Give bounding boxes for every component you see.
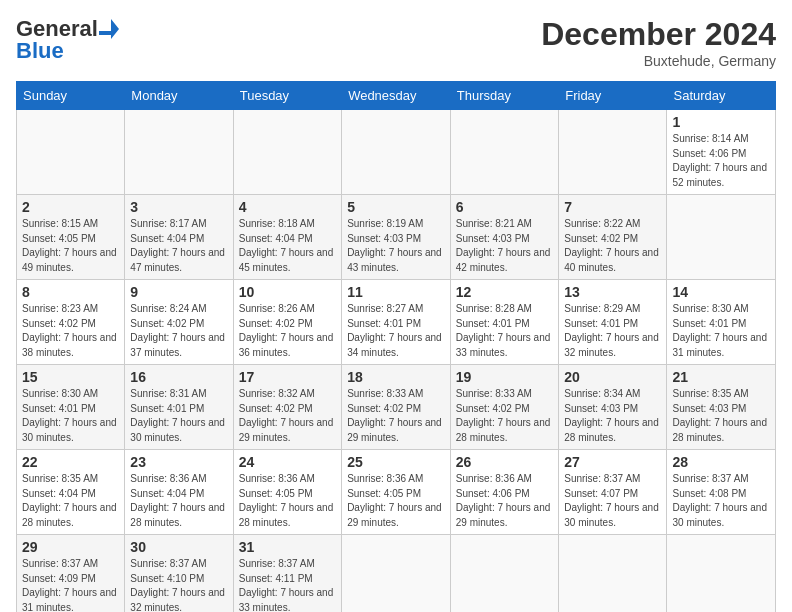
calendar-cell: 17Sunrise: 8:32 AMSunset: 4:02 PMDayligh… (233, 365, 341, 450)
day-number: 6 (456, 199, 553, 215)
calendar-cell: 5Sunrise: 8:19 AMSunset: 4:03 PMDaylight… (342, 195, 451, 280)
day-info: Sunrise: 8:29 AMSunset: 4:01 PMDaylight:… (564, 302, 661, 360)
calendar-week-row: 29Sunrise: 8:37 AMSunset: 4:09 PMDayligh… (17, 535, 776, 613)
day-info: Sunrise: 8:21 AMSunset: 4:03 PMDaylight:… (456, 217, 553, 275)
calendar-cell (342, 110, 451, 195)
day-number: 12 (456, 284, 553, 300)
day-info: Sunrise: 8:35 AMSunset: 4:04 PMDaylight:… (22, 472, 119, 530)
day-info: Sunrise: 8:37 AMSunset: 4:10 PMDaylight:… (130, 557, 227, 612)
day-number: 26 (456, 454, 553, 470)
day-number: 9 (130, 284, 227, 300)
calendar-week-row: 8Sunrise: 8:23 AMSunset: 4:02 PMDaylight… (17, 280, 776, 365)
day-number: 3 (130, 199, 227, 215)
day-info: Sunrise: 8:30 AMSunset: 4:01 PMDaylight:… (672, 302, 770, 360)
svg-marker-0 (99, 19, 119, 39)
calendar-cell: 23Sunrise: 8:36 AMSunset: 4:04 PMDayligh… (125, 450, 233, 535)
day-info: Sunrise: 8:37 AMSunset: 4:09 PMDaylight:… (22, 557, 119, 612)
day-number: 25 (347, 454, 445, 470)
calendar-day-header: Sunday (17, 82, 125, 110)
day-info: Sunrise: 8:19 AMSunset: 4:03 PMDaylight:… (347, 217, 445, 275)
calendar-table: SundayMondayTuesdayWednesdayThursdayFrid… (16, 81, 776, 612)
logo-icon (99, 19, 119, 39)
calendar-cell (450, 535, 558, 613)
calendar-cell: 31Sunrise: 8:37 AMSunset: 4:11 PMDayligh… (233, 535, 341, 613)
calendar-cell (450, 110, 558, 195)
day-number: 19 (456, 369, 553, 385)
calendar-day-header: Wednesday (342, 82, 451, 110)
calendar-day-header: Tuesday (233, 82, 341, 110)
day-info: Sunrise: 8:23 AMSunset: 4:02 PMDaylight:… (22, 302, 119, 360)
calendar-cell (559, 535, 667, 613)
month-title: December 2024 (541, 16, 776, 53)
calendar-cell: 3Sunrise: 8:17 AMSunset: 4:04 PMDaylight… (125, 195, 233, 280)
calendar-week-row: 22Sunrise: 8:35 AMSunset: 4:04 PMDayligh… (17, 450, 776, 535)
day-number: 28 (672, 454, 770, 470)
calendar-cell: 12Sunrise: 8:28 AMSunset: 4:01 PMDayligh… (450, 280, 558, 365)
day-number: 2 (22, 199, 119, 215)
calendar-header-row: SundayMondayTuesdayWednesdayThursdayFrid… (17, 82, 776, 110)
day-info: Sunrise: 8:35 AMSunset: 4:03 PMDaylight:… (672, 387, 770, 445)
calendar-cell: 29Sunrise: 8:37 AMSunset: 4:09 PMDayligh… (17, 535, 125, 613)
calendar-cell: 19Sunrise: 8:33 AMSunset: 4:02 PMDayligh… (450, 365, 558, 450)
calendar-cell (125, 110, 233, 195)
day-info: Sunrise: 8:18 AMSunset: 4:04 PMDaylight:… (239, 217, 336, 275)
calendar-cell: 11Sunrise: 8:27 AMSunset: 4:01 PMDayligh… (342, 280, 451, 365)
day-info: Sunrise: 8:28 AMSunset: 4:01 PMDaylight:… (456, 302, 553, 360)
calendar-cell: 22Sunrise: 8:35 AMSunset: 4:04 PMDayligh… (17, 450, 125, 535)
calendar-day-header: Saturday (667, 82, 776, 110)
day-info: Sunrise: 8:34 AMSunset: 4:03 PMDaylight:… (564, 387, 661, 445)
day-number: 5 (347, 199, 445, 215)
calendar-week-row: 1Sunrise: 8:14 AMSunset: 4:06 PMDaylight… (17, 110, 776, 195)
calendar-cell: 13Sunrise: 8:29 AMSunset: 4:01 PMDayligh… (559, 280, 667, 365)
day-info: Sunrise: 8:36 AMSunset: 4:05 PMDaylight:… (239, 472, 336, 530)
calendar-cell: 10Sunrise: 8:26 AMSunset: 4:02 PMDayligh… (233, 280, 341, 365)
calendar-cell: 6Sunrise: 8:21 AMSunset: 4:03 PMDaylight… (450, 195, 558, 280)
day-info: Sunrise: 8:30 AMSunset: 4:01 PMDaylight:… (22, 387, 119, 445)
day-info: Sunrise: 8:33 AMSunset: 4:02 PMDaylight:… (456, 387, 553, 445)
day-number: 17 (239, 369, 336, 385)
calendar-cell: 7Sunrise: 8:22 AMSunset: 4:02 PMDaylight… (559, 195, 667, 280)
day-number: 11 (347, 284, 445, 300)
calendar-cell (233, 110, 341, 195)
calendar-cell (667, 535, 776, 613)
calendar-cell: 16Sunrise: 8:31 AMSunset: 4:01 PMDayligh… (125, 365, 233, 450)
day-number: 7 (564, 199, 661, 215)
day-number: 4 (239, 199, 336, 215)
day-number: 31 (239, 539, 336, 555)
calendar-cell: 25Sunrise: 8:36 AMSunset: 4:05 PMDayligh… (342, 450, 451, 535)
day-info: Sunrise: 8:36 AMSunset: 4:05 PMDaylight:… (347, 472, 445, 530)
calendar-cell: 14Sunrise: 8:30 AMSunset: 4:01 PMDayligh… (667, 280, 776, 365)
day-number: 22 (22, 454, 119, 470)
calendar-day-header: Monday (125, 82, 233, 110)
day-info: Sunrise: 8:36 AMSunset: 4:06 PMDaylight:… (456, 472, 553, 530)
page-header: General Blue December 2024 Buxtehude, Ge… (16, 16, 776, 69)
day-info: Sunrise: 8:37 AMSunset: 4:11 PMDaylight:… (239, 557, 336, 612)
calendar-day-header: Thursday (450, 82, 558, 110)
day-number: 30 (130, 539, 227, 555)
logo-blue: Blue (16, 38, 64, 64)
calendar-cell: 30Sunrise: 8:37 AMSunset: 4:10 PMDayligh… (125, 535, 233, 613)
day-info: Sunrise: 8:37 AMSunset: 4:07 PMDaylight:… (564, 472, 661, 530)
calendar-day-header: Friday (559, 82, 667, 110)
calendar-cell: 28Sunrise: 8:37 AMSunset: 4:08 PMDayligh… (667, 450, 776, 535)
day-number: 18 (347, 369, 445, 385)
calendar-cell: 1Sunrise: 8:14 AMSunset: 4:06 PMDaylight… (667, 110, 776, 195)
calendar-cell: 8Sunrise: 8:23 AMSunset: 4:02 PMDaylight… (17, 280, 125, 365)
calendar-cell: 9Sunrise: 8:24 AMSunset: 4:02 PMDaylight… (125, 280, 233, 365)
day-number: 10 (239, 284, 336, 300)
day-number: 16 (130, 369, 227, 385)
day-info: Sunrise: 8:15 AMSunset: 4:05 PMDaylight:… (22, 217, 119, 275)
title-area: December 2024 Buxtehude, Germany (541, 16, 776, 69)
day-number: 23 (130, 454, 227, 470)
calendar-cell: 2Sunrise: 8:15 AMSunset: 4:05 PMDaylight… (17, 195, 125, 280)
calendar-cell: 26Sunrise: 8:36 AMSunset: 4:06 PMDayligh… (450, 450, 558, 535)
day-info: Sunrise: 8:31 AMSunset: 4:01 PMDaylight:… (130, 387, 227, 445)
calendar-cell: 20Sunrise: 8:34 AMSunset: 4:03 PMDayligh… (559, 365, 667, 450)
day-info: Sunrise: 8:37 AMSunset: 4:08 PMDaylight:… (672, 472, 770, 530)
calendar-cell: 21Sunrise: 8:35 AMSunset: 4:03 PMDayligh… (667, 365, 776, 450)
day-info: Sunrise: 8:36 AMSunset: 4:04 PMDaylight:… (130, 472, 227, 530)
day-number: 14 (672, 284, 770, 300)
day-info: Sunrise: 8:32 AMSunset: 4:02 PMDaylight:… (239, 387, 336, 445)
calendar-cell (342, 535, 451, 613)
day-number: 1 (672, 114, 770, 130)
